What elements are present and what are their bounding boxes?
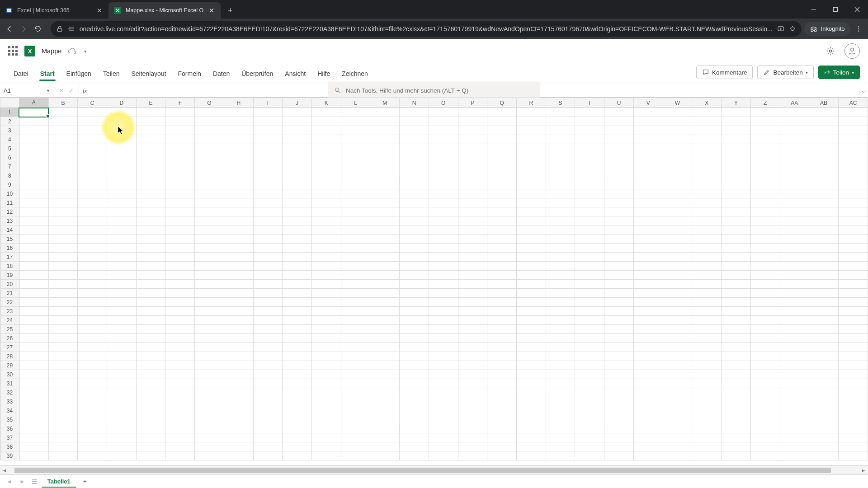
account-avatar[interactable] (844, 43, 860, 59)
cell[interactable] (253, 216, 283, 225)
cell[interactable] (370, 451, 400, 460)
cell[interactable] (429, 361, 458, 370)
cell[interactable] (136, 379, 165, 388)
cell[interactable] (575, 108, 604, 117)
cell[interactable] (19, 424, 48, 433)
column-header[interactable]: E (136, 98, 165, 108)
cell[interactable] (165, 207, 195, 216)
cell[interactable] (312, 135, 341, 144)
cell[interactable] (312, 307, 341, 316)
cell[interactable] (48, 253, 78, 262)
cell[interactable] (809, 388, 839, 397)
cell[interactable] (692, 388, 722, 397)
cell[interactable] (575, 216, 604, 225)
cell[interactable] (633, 253, 663, 262)
cell[interactable] (458, 424, 487, 433)
cell[interactable] (78, 244, 107, 253)
cell[interactable] (750, 171, 780, 180)
cell[interactable] (604, 307, 634, 316)
cell[interactable] (341, 253, 370, 262)
cell[interactable] (48, 361, 78, 370)
cell[interactable] (487, 379, 517, 388)
cell[interactable] (224, 379, 253, 388)
cell[interactable] (283, 316, 312, 325)
cell[interactable] (780, 388, 809, 397)
cell[interactable] (750, 244, 780, 253)
cell[interactable] (195, 388, 224, 397)
cell[interactable] (546, 171, 575, 180)
cell[interactable] (253, 433, 283, 442)
cell[interactable] (253, 451, 283, 460)
cell[interactable] (312, 162, 341, 171)
cell[interactable] (19, 180, 48, 189)
cell[interactable] (283, 235, 312, 244)
browser-menu-button[interactable] (853, 22, 865, 36)
cell[interactable] (809, 271, 839, 280)
cell[interactable] (224, 271, 253, 280)
cell[interactable] (19, 244, 48, 253)
cell[interactable] (809, 451, 839, 460)
cell[interactable] (19, 334, 48, 343)
cell[interactable] (107, 442, 137, 451)
cell[interactable] (663, 225, 692, 235)
cell[interactable] (165, 126, 195, 135)
sheet-tab-active[interactable]: Tabelle1 (42, 476, 76, 488)
cell[interactable] (400, 162, 429, 171)
cell[interactable] (253, 388, 283, 397)
cell[interactable] (19, 343, 48, 352)
cell[interactable] (780, 397, 809, 406)
row-header[interactable]: 31 (0, 379, 19, 388)
row-header[interactable]: 34 (0, 406, 19, 415)
cell[interactable] (604, 433, 634, 442)
cell[interactable] (224, 171, 253, 180)
cell[interactable] (458, 352, 487, 361)
cell[interactable] (604, 424, 634, 433)
cell[interactable] (429, 343, 458, 352)
cell[interactable] (107, 153, 137, 162)
cell[interactable] (722, 198, 751, 207)
cell[interactable] (78, 280, 107, 289)
cell[interactable] (341, 271, 370, 280)
cell[interactable] (458, 108, 487, 117)
cell[interactable] (283, 144, 312, 153)
cell[interactable] (663, 307, 692, 316)
cell[interactable] (429, 216, 458, 225)
cell[interactable] (136, 126, 165, 135)
cell[interactable] (517, 406, 546, 415)
cell[interactable] (312, 388, 341, 397)
cell[interactable] (780, 207, 809, 216)
cell[interactable] (283, 180, 312, 189)
cell[interactable] (575, 388, 604, 397)
cell[interactable] (663, 379, 692, 388)
cell[interactable] (780, 126, 809, 135)
cell[interactable] (370, 126, 400, 135)
row-header[interactable]: 9 (0, 180, 19, 189)
cell[interactable] (136, 343, 165, 352)
cell[interactable] (780, 144, 809, 153)
cell[interactable] (341, 216, 370, 225)
cell[interactable] (107, 207, 137, 216)
cell[interactable] (224, 298, 253, 307)
cell[interactable] (341, 235, 370, 244)
cell[interactable] (429, 280, 458, 289)
cell[interactable] (312, 180, 341, 189)
cell[interactable] (604, 370, 634, 379)
cell[interactable] (165, 325, 195, 334)
cell[interactable] (487, 162, 517, 171)
cell[interactable] (517, 298, 546, 307)
cell[interactable] (458, 207, 487, 216)
cell[interactable] (400, 216, 429, 225)
cell[interactable] (517, 135, 546, 144)
row-header[interactable]: 35 (0, 415, 19, 424)
cell[interactable] (341, 370, 370, 379)
cell[interactable] (663, 108, 692, 117)
row-header[interactable]: 23 (0, 307, 19, 316)
cell[interactable] (722, 244, 751, 253)
cell[interactable] (780, 135, 809, 144)
cell[interactable] (400, 307, 429, 316)
cell[interactable] (48, 171, 78, 180)
cell[interactable] (78, 225, 107, 235)
cell[interactable] (78, 235, 107, 244)
cell[interactable] (19, 289, 48, 298)
cell[interactable] (750, 370, 780, 379)
